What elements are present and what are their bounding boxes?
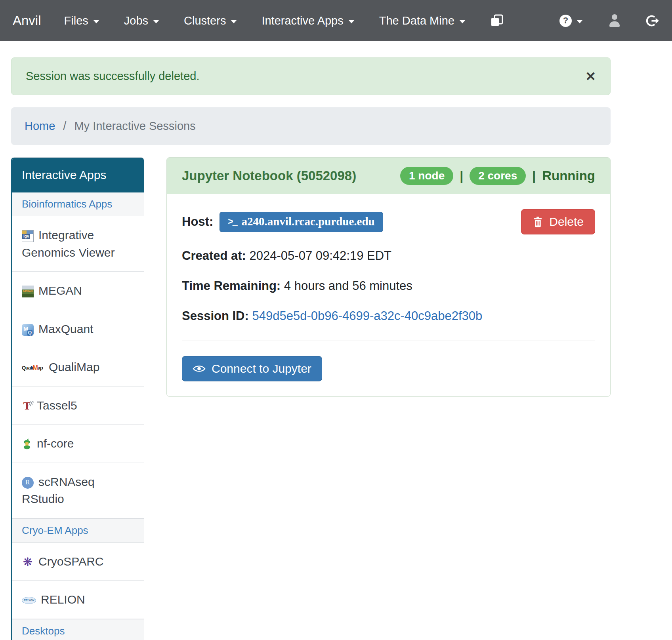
sidebar-item-tassel5[interactable]: T Tassel5 <box>12 387 144 425</box>
sidebar-item-nf-core[interactable]: nf-core <box>12 425 144 463</box>
session-id-link[interactable]: 549d5e5d-0b96-4699-a32c-40c9abe2f30b <box>252 309 482 323</box>
eye-icon <box>193 364 206 373</box>
nodes-badge: 1 node <box>400 167 453 185</box>
breadcrumb-home[interactable]: Home <box>25 120 55 133</box>
navbar-right-group: ? <box>559 14 659 27</box>
megan-icon: MEGAN <box>22 286 34 297</box>
sign-out-icon[interactable] <box>646 14 659 27</box>
time-remaining-row: Time Remaining: 4 hours and 56 minutes <box>182 279 595 293</box>
delete-button[interactable]: Delete <box>521 209 595 234</box>
section-cryo-em-apps: Cryo-EM Apps <box>12 518 144 543</box>
divider <box>182 341 595 341</box>
alert-message: Session was successfully deleted. <box>26 70 199 83</box>
breadcrumb-current: My Interactive Sessions <box>74 120 195 133</box>
user-icon[interactable] <box>608 14 621 27</box>
delete-label: Delete <box>549 215 584 229</box>
nav-the-data-mine[interactable]: The Data Mine <box>379 14 466 27</box>
nav-interactive-apps[interactable]: Interactive Apps <box>262 14 354 27</box>
restore-window-icon[interactable] <box>490 14 504 27</box>
nf-core-icon <box>22 438 32 450</box>
interactive-apps-sidebar: Interactive Apps Bioinformatics Apps igv… <box>11 157 144 640</box>
sidebar-item-igv[interactable]: igv Integrative Genomics Viewer <box>12 216 144 272</box>
breadcrumb: Home / My Interactive Sessions <box>11 107 611 145</box>
session-card-header: Jupyter Notebook (5052098) 1 node | 2 co… <box>167 158 610 194</box>
sidebar-item-scrnaseq-rstudio[interactable]: RscRNAseq RStudio <box>12 463 144 518</box>
host-name: a240.anvil.rcac.purdue.edu <box>241 215 374 228</box>
sidebar-item-qualimap[interactable]: QualiMap QualiMap <box>12 348 144 387</box>
sidebar-item-cryosparc[interactable]: ❋CryoSPARC <box>12 543 144 581</box>
nav-jobs[interactable]: Jobs <box>124 14 159 27</box>
chevron-down-icon <box>153 20 159 23</box>
status-badge: Running <box>542 168 595 183</box>
session-card-body: Host: >_ a240.anvil.rcac.purdue.edu <box>167 194 610 396</box>
tassel5-icon: T <box>22 400 32 412</box>
scrnaseq-rstudio-icon: R <box>22 477 34 489</box>
sidebar-title: Interactive Apps <box>12 158 144 192</box>
relion-icon: RELION <box>22 597 36 604</box>
breadcrumb-separator: / <box>63 120 66 133</box>
section-bioinformatics-apps: Bioinformatics Apps <box>12 192 144 216</box>
nav-files[interactable]: Files <box>64 14 99 27</box>
terminal-icon: >_ <box>228 216 237 227</box>
created-at-value: 2024-05-07 09:42:19 EDT <box>250 249 391 263</box>
success-alert: Session was successfully deleted. ✕ <box>11 57 611 95</box>
sidebar-item-maxquant[interactable]: MQ MaxQuant <box>12 310 144 349</box>
created-at-label: Created at: <box>182 249 246 263</box>
host-shell-button[interactable]: >_ a240.anvil.rcac.purdue.edu <box>220 212 383 232</box>
chevron-down-icon <box>231 20 237 23</box>
sidebar-item-megan[interactable]: MEGANMEGAN <box>12 272 144 310</box>
help-icon: ? <box>559 15 572 27</box>
chevron-down-icon <box>348 20 355 23</box>
host-label: Host: <box>182 215 213 229</box>
time-remaining-value: 4 hours and 56 minutes <box>284 279 412 293</box>
igv-icon: igv <box>22 230 34 242</box>
chevron-down-icon <box>459 20 466 23</box>
session-id-label: Session ID: <box>182 309 249 323</box>
top-navbar: Anvil Files Jobs Clusters Interactive Ap… <box>0 0 672 41</box>
brand-anvil[interactable]: Anvil <box>13 13 41 28</box>
time-remaining-label: Time Remaining: <box>182 279 281 293</box>
help-menu[interactable]: ? <box>559 15 583 27</box>
session-id-row: Session ID: 549d5e5d-0b96-4699-a32c-40c9… <box>182 309 595 323</box>
qualimap-icon: QualiMap <box>22 364 44 371</box>
section-desktops: Desktops <box>12 619 144 640</box>
maxquant-icon: MQ <box>22 324 34 336</box>
created-at-row: Created at: 2024-05-07 09:42:19 EDT <box>182 249 595 263</box>
cryosparc-icon: ❋ <box>22 556 34 568</box>
connect-to-jupyter-button[interactable]: Connect to Jupyter <box>182 356 322 381</box>
nav-clusters[interactable]: Clusters <box>184 14 237 27</box>
close-icon[interactable]: ✕ <box>585 70 596 83</box>
chevron-down-icon <box>577 20 583 23</box>
connect-label: Connect to Jupyter <box>212 362 311 375</box>
session-title: Jupyter Notebook (5052098) <box>182 168 356 183</box>
sidebar-item-relion[interactable]: RELIONRELION <box>12 581 144 619</box>
chevron-down-icon <box>93 20 99 23</box>
trash-icon <box>533 216 543 228</box>
cores-badge: 2 cores <box>470 167 526 185</box>
session-card: Jupyter Notebook (5052098) 1 node | 2 co… <box>166 157 611 397</box>
